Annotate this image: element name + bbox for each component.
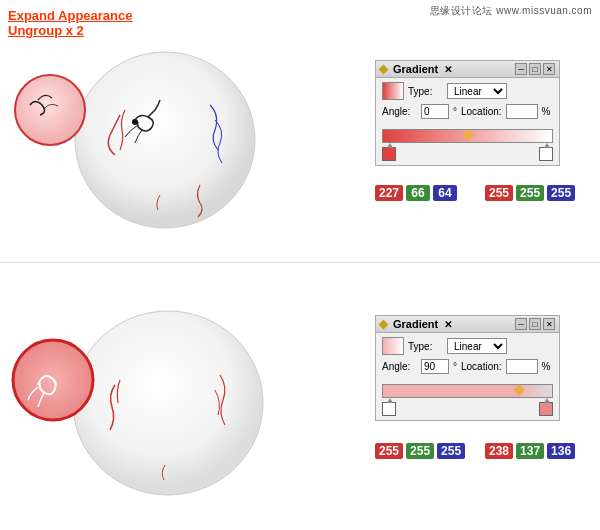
eyeball-top-main: [60, 35, 260, 235]
panel-title-top: Gradient ✕: [380, 63, 452, 75]
panel-title-text-top: Gradient: [393, 63, 438, 75]
diamond-icon-bottom: [379, 319, 389, 329]
gradient-bar-wrapper-bottom: [382, 384, 553, 400]
color-r-top-right: 255: [485, 185, 513, 201]
color-b-bottom-right: 136: [547, 443, 575, 459]
color-r-top-left: 227: [375, 185, 403, 201]
location-input-bottom[interactable]: [506, 359, 538, 374]
panel-body-bottom: Type: Linear Radial Angle: ° Location: %: [376, 333, 559, 382]
gradient-stop-right-top[interactable]: [539, 147, 553, 161]
gradient-stop-left-top[interactable]: [382, 147, 396, 161]
svg-point-0: [75, 52, 255, 228]
degree-symbol-bottom: °: [453, 361, 457, 372]
panel-body-top: Type: Linear Radial Angle: ° Location: %: [376, 78, 559, 127]
angle-row-bottom: Angle: ° Location: %: [382, 359, 553, 374]
color-b-top-left: 64: [433, 185, 457, 201]
color-b-bottom-left: 255: [437, 443, 465, 459]
gradient-panel-top: Gradient ✕ ─ □ ✕ Type: Linear Radial Ang…: [375, 60, 560, 166]
color-b-top-right: 255: [547, 185, 575, 201]
type-label-bottom: Type:: [408, 341, 443, 352]
gradient-bar-area-bottom: [376, 382, 559, 420]
panel-titlebar-bottom: Gradient ✕ ─ □ ✕: [376, 316, 559, 333]
eyeball-svg-top: [60, 35, 260, 235]
eyeball-small-svg: [10, 70, 90, 150]
angle-input-bottom[interactable]: [421, 359, 449, 374]
maximize-btn-top[interactable]: □: [529, 63, 541, 75]
close-x-top[interactable]: ✕: [444, 64, 452, 75]
panel-title-bottom: Gradient ✕: [380, 318, 452, 330]
diamond-icon-top: [379, 64, 389, 74]
type-select-bottom[interactable]: Linear Radial: [447, 338, 507, 354]
angle-input-top[interactable]: [421, 104, 449, 119]
panel-title-text-bottom: Gradient: [393, 318, 438, 330]
pct-bottom: %: [542, 361, 551, 372]
color-g-top-right: 255: [516, 185, 544, 201]
color-swatch-bottom[interactable]: [382, 337, 404, 355]
top-labels: Expand Appearance Ungroup x 2: [8, 8, 133, 38]
close-btn-top[interactable]: ✕: [543, 63, 555, 75]
color-values-bottom-left: 255 255 255: [375, 443, 465, 459]
svg-point-1: [132, 119, 138, 125]
gradient-bar-area-top: [376, 127, 559, 165]
svg-point-3: [73, 311, 263, 495]
location-label-bottom: Location:: [461, 361, 502, 372]
eyeball-bottom-small: [8, 335, 98, 425]
type-label-top: Type:: [408, 86, 443, 97]
gradient-stops-row-bottom: [382, 402, 553, 416]
svg-point-2: [15, 75, 85, 145]
gradient-stop-right-bottom[interactable]: [539, 402, 553, 416]
gradient-panel-bottom: Gradient ✕ ─ □ ✕ Type: Linear Radial Ang…: [375, 315, 560, 421]
location-input-top[interactable]: [506, 104, 538, 119]
gradient-bar-bottom[interactable]: [382, 384, 553, 398]
panel-controls-top: ─ □ ✕: [515, 63, 555, 75]
label-expand: Expand Appearance: [8, 8, 133, 23]
angle-row-top: Angle: ° Location: %: [382, 104, 553, 119]
panel-controls-bottom: ─ □ ✕: [515, 318, 555, 330]
location-label-top: Location:: [461, 106, 502, 117]
panel-titlebar-top: Gradient ✕ ─ □ ✕: [376, 61, 559, 78]
color-r-bottom-right: 238: [485, 443, 513, 459]
color-g-bottom-left: 255: [406, 443, 434, 459]
angle-label-bottom: Angle:: [382, 361, 417, 372]
angle-label-top: Angle:: [382, 106, 417, 117]
watermark: 思缘设计论坛 www.missvuan.com: [430, 4, 592, 18]
eyeball-small-svg-bottom: [8, 335, 98, 425]
close-btn-bottom[interactable]: ✕: [543, 318, 555, 330]
eyeball-top-small: [10, 70, 90, 150]
color-swatch-top[interactable]: [382, 82, 404, 100]
minimize-btn-top[interactable]: ─: [515, 63, 527, 75]
degree-symbol-top: °: [453, 106, 457, 117]
color-g-top-left: 66: [406, 185, 430, 201]
minimize-btn-bottom[interactable]: ─: [515, 318, 527, 330]
gradient-stop-left-bottom[interactable]: [382, 402, 396, 416]
type-row-top: Type: Linear Radial: [382, 82, 553, 100]
close-x-bottom[interactable]: ✕: [444, 319, 452, 330]
color-g-bottom-right: 137: [516, 443, 544, 459]
gradient-stops-row-top: [382, 147, 553, 161]
section-divider: [0, 262, 600, 263]
type-row-bottom: Type: Linear Radial: [382, 337, 553, 355]
type-select-top[interactable]: Linear Radial: [447, 83, 507, 99]
color-values-top-left: 227 66 64: [375, 185, 457, 201]
maximize-btn-bottom[interactable]: □: [529, 318, 541, 330]
color-r-bottom-left: 255: [375, 443, 403, 459]
gradient-bar-wrapper-top: [382, 129, 553, 145]
pct-top: %: [542, 106, 551, 117]
color-values-bottom-right: 238 137 136: [485, 443, 575, 459]
color-values-top-right: 255 255 255: [485, 185, 575, 201]
